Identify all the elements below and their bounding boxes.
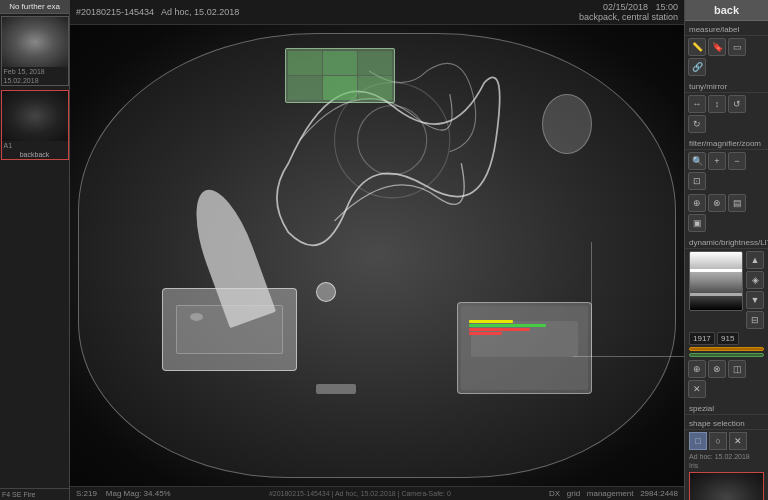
filter-btn-3[interactable]: −: [728, 152, 746, 170]
value-2[interactable]: 915: [717, 332, 739, 345]
shape-circle-btn[interactable]: ○: [709, 432, 727, 450]
thumb-a1-label: A1: [2, 141, 68, 150]
coords: 2984:2448: [640, 489, 678, 498]
grid-label: grid: [567, 489, 580, 498]
thumbnail-2[interactable]: A1 backback: [1, 90, 69, 160]
bottom-bar: S:219 Mag Mag: 34.45% #20180215-145434 |…: [70, 486, 684, 500]
color-line-yellow: [469, 320, 513, 323]
filter-toolbar: 🔍 + − ⊡: [685, 150, 768, 192]
shape-selection-section: shape selection: [685, 417, 768, 430]
brightness-controls: ▲ ◈ ▼ ⊟: [685, 249, 768, 331]
thumb-date2-1: 15.02.2018: [2, 76, 68, 85]
left-bottom-bar: F4 SE Fire: [0, 488, 69, 500]
extra-toolbar: ⊕ ⊗ ◫ ✕: [685, 358, 768, 400]
scan-date-location: 02/15/2018 15:00 backpack, central stati…: [579, 2, 678, 22]
bright-btn-4[interactable]: ⊟: [746, 311, 764, 329]
top-info-bar: #20180215-145434 Ad hoc, 15.02.2018 02/1…: [70, 0, 684, 25]
bright-btn-3[interactable]: ▼: [746, 291, 764, 309]
bright-btn-2[interactable]: ◈: [746, 271, 764, 289]
zoom-btn-2[interactable]: ⊗: [708, 194, 726, 212]
iris-label: Iris: [685, 461, 768, 470]
s-value: S:219: [76, 489, 97, 498]
spezial-section: spezial: [685, 402, 768, 415]
right-panel-title: back: [685, 0, 768, 21]
mirror-h-btn[interactable]: ↔: [688, 95, 706, 113]
measure-btn-2[interactable]: 🔖: [708, 38, 726, 56]
thumb-back-label: backback: [2, 150, 68, 159]
filter-section: filter/magnifier/zoom: [685, 137, 768, 150]
shape-toolbar: □ ○ ✕: [685, 430, 768, 452]
dx-label: DX: [549, 489, 560, 498]
usb-object: [316, 384, 356, 394]
green-action-btn[interactable]: [689, 353, 764, 357]
scan-id: #20180215-145434: [76, 7, 154, 17]
thumb-image-2: [2, 91, 68, 141]
measure-btn-1[interactable]: 📏: [688, 38, 706, 56]
adhoc-date: Ad hoc: 15.02.2018: [685, 452, 768, 461]
color-analysis-lines: [469, 320, 580, 357]
shape-rect-btn[interactable]: □: [689, 432, 707, 450]
bright-btn-1[interactable]: ▲: [746, 251, 764, 269]
left-panel: No further exa Feb 15, 2018 15.02.2018 A…: [0, 0, 70, 500]
circular-device: [542, 94, 592, 154]
orange-action-btn[interactable]: [689, 347, 764, 351]
thumb-image-1: [2, 17, 68, 67]
filter-btn-1[interactable]: 🔍: [688, 152, 706, 170]
extra-btn-1[interactable]: ⊕: [688, 360, 706, 378]
value-1[interactable]: 1917: [689, 332, 715, 345]
circular-object-1: [316, 282, 336, 302]
tuny-mirror-section: tuny/mirror: [685, 80, 768, 93]
brightness-buttons: ▲ ◈ ▼ ⊟: [746, 251, 764, 329]
left-bottom-text: F4 SE Fire: [2, 491, 35, 498]
xray-content: [70, 25, 684, 486]
measure-toolbar: 📏 🔖 ▭ 🔗: [685, 36, 768, 78]
cursor-vline: [591, 242, 592, 357]
scan-date: 02/15/2018: [603, 2, 648, 12]
brightness-section: dynamic/brightness/LIT: [685, 236, 768, 249]
management-label: management: [587, 489, 634, 498]
zoom-btn-4[interactable]: ▣: [688, 214, 706, 232]
right-panel: back measure/label 📏 🔖 ▭ 🔗 tuny/mirror ↔…: [684, 0, 768, 500]
main-area: #20180215-145434 Ad hoc, 15.02.2018 02/1…: [70, 0, 684, 500]
zoom-btn-3[interactable]: ▤: [728, 194, 746, 212]
color-line-red2: [469, 332, 502, 335]
bottom-path: #20180215-145434 | Ad hoc, 15.02.2018 | …: [269, 490, 451, 497]
filter-btn-4[interactable]: ⊡: [688, 172, 706, 190]
circuit-board: [285, 48, 396, 103]
bottom-right: DX grid management 2984:2448: [549, 489, 678, 498]
color-line-green: [469, 324, 546, 327]
measure-btn-3[interactable]: ▭: [728, 38, 746, 56]
svg-point-0: [358, 106, 427, 175]
mirror-v-btn[interactable]: ↕: [708, 95, 726, 113]
thumb-date-1: Feb 15, 2018: [2, 67, 68, 76]
mirror-toolbar: ↔ ↕ ↺ ↻: [685, 93, 768, 135]
rotate2-btn[interactable]: ↻: [688, 115, 706, 133]
scan-location: backpack, central station: [579, 12, 678, 22]
value-display: 1917 915: [685, 331, 768, 346]
measure-label-section: measure/label: [685, 23, 768, 36]
no-further-label: No further exa: [0, 0, 69, 14]
xray-viewport[interactable]: [70, 25, 684, 486]
brightness-handle-top[interactable]: [690, 269, 742, 272]
scan-id-info: #20180215-145434 Ad hoc, 15.02.2018: [76, 7, 239, 17]
thumbnail-1[interactable]: Feb 15, 2018 15.02.2018: [1, 16, 69, 86]
shape-x-btn[interactable]: ✕: [729, 432, 747, 450]
bottom-left: S:219 Mag Mag: 34.45%: [76, 489, 171, 498]
right-thumb-image: [690, 473, 763, 500]
scan-adhoc: Ad hoc, 15.02.2018: [161, 7, 239, 17]
zoom-toolbar: ⊕ ⊗ ▤ ▣: [685, 192, 768, 234]
mag-value: Mag Mag: 34.45%: [106, 489, 171, 498]
extra-btn-3[interactable]: ◫: [728, 360, 746, 378]
right-thumbnail-preview[interactable]: [689, 472, 764, 500]
cursor-hline: [573, 356, 684, 357]
brightness-slider[interactable]: [689, 251, 743, 311]
scan-time: 15:00: [655, 2, 678, 12]
extra-btn-4[interactable]: ✕: [688, 380, 706, 398]
brightness-handle-bottom[interactable]: [690, 293, 742, 296]
color-line-red1: [469, 328, 530, 331]
measure-btn-4[interactable]: 🔗: [688, 58, 706, 76]
rotate-btn[interactable]: ↺: [728, 95, 746, 113]
filter-btn-2[interactable]: +: [708, 152, 726, 170]
extra-btn-2[interactable]: ⊗: [708, 360, 726, 378]
zoom-btn-1[interactable]: ⊕: [688, 194, 706, 212]
